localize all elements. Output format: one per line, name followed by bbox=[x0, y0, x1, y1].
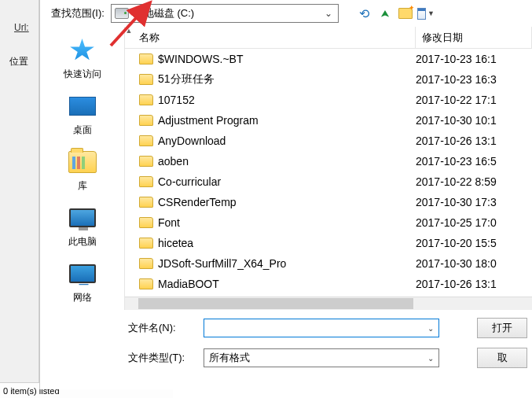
file-row[interactable]: aoben2017-10-23 16:5 bbox=[125, 151, 532, 171]
places-sidebar: 快速访问 桌面 库 此电脑 网络 bbox=[40, 27, 125, 310]
file-listing: ▲ 名称 修改日期 $WINDOWS.~BT2017-10-23 16:151分… bbox=[125, 27, 532, 310]
file-date: 2017-10-23 16:1 bbox=[409, 53, 532, 65]
back-icon: ⟲ bbox=[359, 6, 369, 21]
sidebar-item-quickaccess[interactable]: 快速访问 bbox=[40, 31, 124, 84]
horizontal-scrollbar[interactable] bbox=[125, 297, 532, 310]
file-date: 2017-10-30 10:1 bbox=[409, 114, 532, 127]
pos-label: 位置 bbox=[9, 55, 28, 68]
nav-icons: ⟲ ➤ ▼ bbox=[356, 5, 435, 22]
sidebar-item-label: 桌面 bbox=[73, 123, 92, 137]
file-name: 107152 bbox=[158, 94, 409, 106]
file-date: 2017-10-22 17:1 bbox=[409, 94, 532, 106]
file-date: 2017-10-26 13:1 bbox=[409, 278, 532, 290]
file-name: Co-curricular bbox=[158, 175, 409, 188]
file-name: Adjustment Program bbox=[158, 114, 409, 127]
lookin-value: 本地磁盘 (C:) bbox=[134, 6, 317, 20]
folder-icon bbox=[139, 278, 153, 289]
file-row[interactable]: Font2017-10-25 17:0 bbox=[125, 212, 532, 233]
dialog-body: 快速访问 桌面 库 此电脑 网络 ▲ 名称 修改日期 bbox=[40, 27, 532, 310]
file-row[interactable]: MadiaBOOT2017-10-26 13:1 bbox=[125, 274, 532, 293]
computer-icon bbox=[69, 208, 96, 227]
url-label: Url: bbox=[14, 22, 29, 33]
network-icon bbox=[69, 264, 96, 283]
folder-icon bbox=[139, 197, 153, 208]
file-name: $WINDOWS.~BT bbox=[158, 53, 409, 65]
sidebar-item-label: 库 bbox=[78, 179, 87, 193]
scrollbar-thumb[interactable] bbox=[138, 298, 413, 309]
folder-icon bbox=[139, 94, 153, 105]
desktop-icon bbox=[69, 97, 96, 116]
file-date: 2017-10-20 15:5 bbox=[409, 237, 532, 249]
star-icon bbox=[70, 39, 95, 62]
file-name: JDSoft-SurfMill7_X64_Pro bbox=[158, 257, 409, 270]
folder-icon bbox=[139, 238, 153, 249]
file-row[interactable]: 51分班任务2017-10-23 16:3 bbox=[125, 69, 532, 90]
sidebar-item-label: 此电脑 bbox=[68, 235, 97, 249]
chevron-down-icon: ⌄ bbox=[427, 354, 434, 363]
file-row[interactable]: 1071522017-10-22 17:1 bbox=[125, 90, 532, 110]
file-row[interactable]: Co-curricular2017-10-22 8:59 bbox=[125, 171, 532, 192]
file-date: 2017-10-25 17:0 bbox=[409, 216, 532, 229]
drive-icon bbox=[115, 8, 129, 19]
folder-icon bbox=[139, 217, 153, 228]
file-row[interactable]: CSRenderTemp2017-10-30 17:3 bbox=[125, 192, 532, 212]
file-date: 2017-10-22 8:59 bbox=[409, 175, 532, 188]
folder-icon bbox=[139, 176, 153, 187]
file-name: AnyDownload bbox=[158, 135, 409, 147]
file-row[interactable]: hicetea2017-10-20 15:5 bbox=[125, 233, 532, 253]
views-icon bbox=[417, 8, 426, 20]
folder-icon bbox=[139, 156, 153, 167]
folder-icon bbox=[139, 74, 153, 85]
file-date: 2017-10-30 18:0 bbox=[409, 257, 532, 270]
sidebar-item-label: 快速访问 bbox=[64, 68, 101, 81]
folder-icon bbox=[139, 258, 153, 269]
filename-input[interactable]: ⌄ bbox=[204, 319, 439, 337]
new-folder-button[interactable] bbox=[397, 5, 414, 22]
column-header-date[interactable]: 修改日期 bbox=[416, 27, 532, 48]
file-row[interactable]: JDSoft-SurfMill7_X64_Pro2017-10-30 18:0 bbox=[125, 253, 532, 274]
file-name: Font bbox=[158, 216, 409, 229]
chevron-down-icon: ▼ bbox=[427, 9, 435, 17]
sidebar-item-network[interactable]: 网络 bbox=[40, 255, 124, 308]
folder-icon bbox=[139, 53, 153, 64]
file-row[interactable]: $WINDOWS.~BT2017-10-23 16:1 bbox=[125, 49, 532, 69]
up-button[interactable]: ➤ bbox=[376, 5, 394, 22]
chevron-down-icon: ⌄ bbox=[322, 8, 335, 19]
lookin-row: 查找范围(I): 本地磁盘 (C:) ⌄ ⟲ ➤ ▼ bbox=[40, 0, 532, 27]
sidebar-item-desktop[interactable]: 桌面 bbox=[40, 87, 124, 140]
list-header: ▲ 名称 修改日期 bbox=[125, 27, 532, 49]
new-folder-icon bbox=[398, 8, 413, 19]
file-name: MadiaBOOT bbox=[158, 278, 409, 290]
file-rows[interactable]: $WINDOWS.~BT2017-10-23 16:151分班任务2017-10… bbox=[125, 49, 532, 293]
file-name: CSRenderTemp bbox=[158, 196, 409, 208]
parent-app-shell: Url: 位置 bbox=[0, 0, 39, 398]
sidebar-item-libraries[interactable]: 库 bbox=[40, 143, 124, 196]
sort-asc-icon: ▲ bbox=[125, 27, 133, 48]
file-name: hicetea bbox=[158, 237, 409, 249]
bottom-controls: 文件名(N): ⌄ 打开 文件类型(T): 所有格式 ⌄ 取 bbox=[40, 310, 532, 371]
filename-label: 文件名(N): bbox=[128, 321, 197, 335]
filetype-combo[interactable]: 所有格式 ⌄ bbox=[204, 348, 439, 367]
lookin-combo[interactable]: 本地磁盘 (C:) ⌄ bbox=[111, 4, 339, 23]
back-button[interactable]: ⟲ bbox=[356, 5, 373, 22]
chevron-down-icon: ⌄ bbox=[427, 324, 434, 333]
file-row[interactable]: AnyDownload2017-10-26 13:1 bbox=[125, 131, 532, 151]
filetype-value: 所有格式 bbox=[209, 351, 427, 365]
filetype-label: 文件类型(T): bbox=[128, 351, 197, 365]
file-name: 51分班任务 bbox=[158, 72, 409, 87]
open-button[interactable]: 打开 bbox=[477, 318, 527, 338]
views-button[interactable]: ▼ bbox=[417, 5, 435, 22]
libraries-icon bbox=[68, 151, 97, 173]
file-date: 2017-10-26 13:1 bbox=[409, 135, 532, 147]
folder-icon bbox=[139, 115, 153, 126]
sidebar-item-label: 网络 bbox=[73, 291, 92, 304]
lookin-label: 查找范围(I): bbox=[51, 6, 105, 20]
open-file-dialog: 查找范围(I): 本地磁盘 (C:) ⌄ ⟲ ➤ ▼ 快速访问 桌面 库 bbox=[39, 0, 532, 389]
file-row[interactable]: Adjustment Program2017-10-30 10:1 bbox=[125, 110, 532, 131]
file-date: 2017-10-30 17:3 bbox=[409, 196, 532, 208]
cancel-button[interactable]: 取 bbox=[477, 348, 527, 368]
column-header-name[interactable]: 名称 bbox=[133, 27, 416, 48]
file-name: aoben bbox=[158, 155, 409, 168]
file-date: 2017-10-23 16:3 bbox=[409, 73, 532, 86]
sidebar-item-thispc[interactable]: 此电脑 bbox=[40, 199, 124, 252]
